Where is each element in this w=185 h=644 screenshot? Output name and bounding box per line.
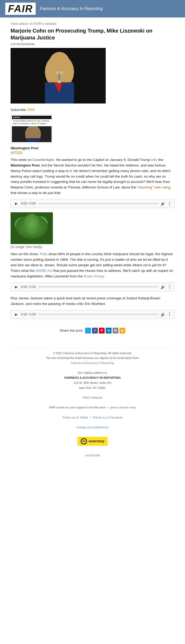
svg-point-16 — [22, 223, 33, 233]
mailchimp-badge[interactable]: mailchimp — [77, 435, 107, 448]
fair-logo: FAIR — [5, 3, 36, 15]
polls-link[interactable]: Polls — [40, 252, 47, 256]
share-label: Share this post — [60, 328, 83, 332]
footer-address1: 124 W. 30th Street, Suite 201 — [11, 380, 174, 385]
wapo-caption-title: Washington Post — [11, 146, 174, 150]
audio-more-1[interactable]: ⋮ — [167, 201, 172, 206]
rss-link[interactable]: RSS — [28, 108, 35, 112]
footer-website-link[interactable]: FAIR's Website — [83, 396, 103, 399]
page-header: FAIR Fairness & Accuracy In Reporting — [0, 0, 185, 17]
audio-player-3[interactable]: ▶ 0:00 / 0:00 🔊 ⋮ — [11, 310, 174, 319]
wapo-thumb-svg — [12, 126, 52, 142]
play-button-3[interactable]: ▶ — [13, 312, 19, 317]
svg-point-12 — [16, 215, 48, 239]
play-button-1[interactable]: ▶ — [13, 201, 19, 206]
audio-time-2: 0:00 / 0:00 — [21, 285, 36, 289]
mailchimp-badge-container: mailchimp — [11, 435, 174, 448]
share-email-button[interactable]: ✉ — [113, 328, 118, 334]
footer-address2: New York, NY 10001 — [11, 385, 174, 390]
svg-point-18 — [28, 222, 36, 229]
counterspin-link[interactable]: CounterSpin — [33, 158, 54, 162]
footer-donate-link[interactable]: please donate today — [110, 406, 136, 409]
footer-org-name: FAIRNESS & ACCURACY IN REPORTING — [11, 375, 174, 380]
share-forward-button[interactable]: ▶ — [119, 328, 125, 334]
body-paragraph-3: Plus Janine Jackson takes a quick look b… — [11, 296, 174, 307]
svg-point-21 — [83, 440, 84, 441]
trump-image-svg — [11, 48, 106, 103]
play-button-2[interactable]: ▶ — [13, 284, 19, 290]
audio-volume-1[interactable]: 🔊 — [161, 201, 165, 206]
audio-more-2[interactable]: ⋮ — [167, 284, 172, 289]
audio-player-1[interactable]: ▶ 0:00 / 0:00 🔊 ⋮ — [11, 199, 174, 208]
footer-copyright: © 2021 Fairness & Accuracy In Reporting.… — [11, 351, 174, 356]
footer-social-links: Follow us on Twitter | Friend us on Face… — [11, 415, 174, 420]
page-footer: © 2021 Fairness & Accuracy In Reporting.… — [0, 342, 185, 462]
body-paragraph-1: This week on CounterSpin: He wanted to g… — [11, 157, 174, 196]
audio-progress-bar-3[interactable] — [38, 314, 159, 315]
wapo-thumb-text: Trump deflects blame for Jan. 6 rioters,… — [12, 119, 52, 126]
more-act-link[interactable]: MORE Act — [36, 269, 52, 273]
footer-twitter-link[interactable]: Follow us on Twitter — [63, 416, 88, 419]
svg-point-13 — [15, 217, 33, 232]
main-content: View article on FAIR's website Marjorie … — [0, 17, 185, 342]
wapo-thumbnail: NEWS Trump deflects blame for Jan. 6 rio… — [11, 114, 53, 144]
cannabis-image — [11, 212, 53, 244]
footer-org-link[interactable]: Fairness & Accuracy In Reporting — [71, 361, 114, 364]
svg-point-6 — [58, 80, 61, 83]
view-article-link[interactable]: View article on FAIR's website — [11, 22, 174, 26]
section-label: COUNTERSPIN — [11, 43, 174, 46]
footer-divider — [11, 348, 174, 349]
audio-more-3[interactable]: ⋮ — [167, 312, 172, 317]
share-linkedin-button[interactable]: in — [106, 328, 112, 334]
mailchimp-svg — [81, 439, 86, 444]
article-title: Marjorie Cohn on Prosecuting Trump, Mike… — [11, 27, 174, 41]
svg-rect-7 — [56, 71, 63, 74]
footer-signup-notice: You are receiving this email because you… — [11, 355, 174, 365]
cannabis-caption: (cc image: Don Goofy) — [11, 245, 174, 249]
audio-progress-bar-2[interactable] — [38, 286, 159, 287]
stunning-ruling-link[interactable]: "stunning" new ruling — [137, 185, 170, 189]
share-icons-group: 🐦 f P in ✉ ▶ — [85, 328, 125, 334]
footer-separator: | — [90, 416, 92, 419]
enact-group-link[interactable]: Enact Group — [84, 274, 104, 278]
subscribe-label: Subscribe: — [11, 108, 27, 112]
tells-link[interactable]: tells — [151, 158, 157, 162]
wapo-caption-date: (4/7/22) — [11, 151, 174, 155]
audio-volume-2[interactable]: 🔊 — [161, 285, 165, 289]
footer-mailing-label: Our mailing address is: — [11, 370, 174, 375]
cannabis-svg — [11, 212, 53, 244]
share-twitter-button[interactable]: 🐦 — [85, 328, 91, 334]
svg-rect-10 — [26, 138, 40, 142]
mailchimp-label: mailchimp — [89, 439, 104, 444]
share-section: Share this post 🐦 f P in ✉ ▶ — [11, 323, 174, 338]
header-tagline: Fairness & Accuracy In Reporting — [40, 6, 103, 11]
main-article-image — [11, 48, 106, 103]
footer-unsubscribe-link[interactable]: unsubscribe — [85, 454, 100, 457]
share-pinterest-button[interactable]: P — [99, 328, 105, 334]
audio-time-1: 0:00 / 0:00 — [21, 202, 36, 205]
subscribe-line: Subscribe: RSS — [11, 108, 174, 112]
svg-rect-11 — [11, 212, 53, 244]
svg-point-20 — [82, 440, 85, 442]
audio-progress-bar-1[interactable] — [38, 203, 159, 204]
audio-time-3: 0:00 / 0:00 — [21, 313, 36, 316]
footer-support-text: FAIR counts on your support to do this w… — [11, 405, 174, 410]
wapo-thumb-header: NEWS — [12, 116, 52, 119]
audio-player-2[interactable]: ▶ 0:00 / 0:00 🔊 ⋮ — [11, 282, 174, 291]
footer-preferences-link[interactable]: change your preferences — [76, 426, 109, 429]
share-facebook-button[interactable]: f — [92, 328, 98, 334]
body-paragraph-2: Also on the show: Polls show 68% of peop… — [11, 251, 174, 279]
svg-point-22 — [84, 440, 85, 441]
svg-point-15 — [25, 215, 38, 226]
audio-volume-3[interactable]: 🔊 — [161, 312, 165, 317]
footer-facebook-link[interactable]: Friend us on Facebook — [93, 416, 123, 419]
svg-point-17 — [31, 225, 43, 234]
mailchimp-icon — [81, 438, 87, 444]
wapo-thumb-image — [12, 126, 52, 142]
svg-point-14 — [32, 216, 48, 229]
